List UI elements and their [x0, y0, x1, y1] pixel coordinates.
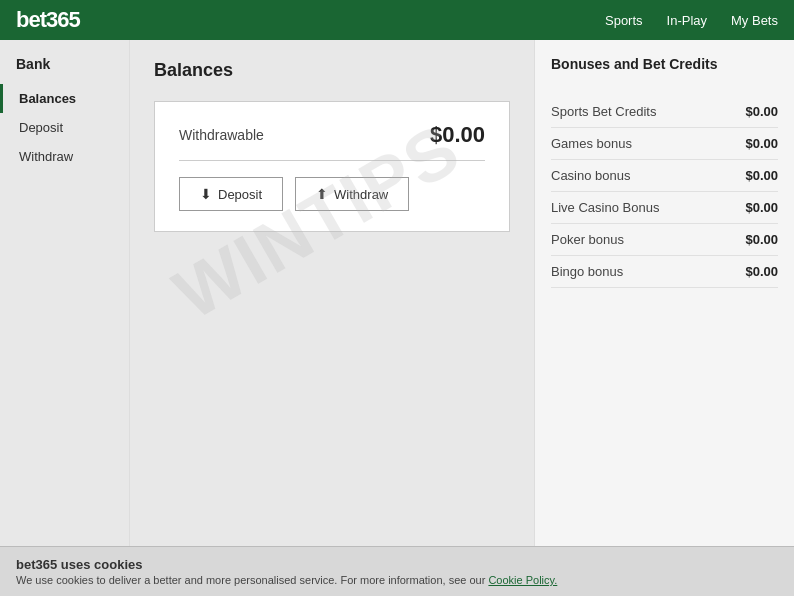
bonus-casino-label: Casino bonus	[551, 168, 631, 183]
deposit-button[interactable]: ⬇ Deposit	[179, 177, 283, 211]
bonus-games-amount: $0.00	[745, 136, 778, 151]
bonus-poker-label: Poker bonus	[551, 232, 624, 247]
deposit-icon: ⬇	[200, 186, 212, 202]
nav-mybets[interactable]: My Bets	[731, 13, 778, 28]
action-buttons: ⬇ Deposit ⬆ Withdraw	[179, 177, 485, 211]
bonus-sports-label: Sports Bet Credits	[551, 104, 657, 119]
bonuses-panel-title: Bonuses and Bet Credits	[551, 56, 778, 80]
bonus-row-poker: Poker bonus $0.00	[551, 224, 778, 256]
header: bet365 Sports In-Play My Bets	[0, 0, 794, 40]
bonus-casino-amount: $0.00	[745, 168, 778, 183]
balance-card: Withdrawable $0.00 ⬇ Deposit ⬆ Withdraw	[154, 101, 510, 232]
page-title: Balances	[154, 60, 510, 81]
bonus-livecasino-amount: $0.00	[745, 200, 778, 215]
deposit-label: Deposit	[218, 187, 262, 202]
withdraw-icon: ⬆	[316, 186, 328, 202]
bonus-row-casino: Casino bonus $0.00	[551, 160, 778, 192]
logo: bet365	[16, 7, 80, 33]
main-nav: Sports In-Play My Bets	[605, 13, 778, 28]
withdrawable-amount: $0.00	[430, 122, 485, 148]
nav-sports[interactable]: Sports	[605, 13, 643, 28]
sidebar-item-withdraw[interactable]: Withdraw	[0, 142, 129, 171]
right-panel: Bonuses and Bet Credits Sports Bet Credi…	[534, 40, 794, 576]
bonus-row-sports: Sports Bet Credits $0.00	[551, 96, 778, 128]
cookie-bar: bet365 uses cookies We use cookies to de…	[0, 546, 794, 596]
sidebar-title: Bank	[0, 56, 129, 84]
logo-text: bet365	[16, 7, 80, 32]
nav-inplay[interactable]: In-Play	[667, 13, 707, 28]
cookie-bar-title: bet365 uses cookies	[16, 557, 778, 572]
sidebar: Bank Balances Deposit Withdraw	[0, 40, 130, 576]
bonus-bingo-label: Bingo bonus	[551, 264, 623, 279]
balance-row: Withdrawable $0.00	[179, 122, 485, 161]
bonus-sports-amount: $0.00	[745, 104, 778, 119]
cookie-bar-text: We use cookies to deliver a better and m…	[16, 574, 778, 586]
bonus-row-games: Games bonus $0.00	[551, 128, 778, 160]
sidebar-item-balances[interactable]: Balances	[0, 84, 129, 113]
cookie-bar-message: We use cookies to deliver a better and m…	[16, 574, 488, 586]
sidebar-item-deposit[interactable]: Deposit	[0, 113, 129, 142]
bonus-row-livecasino: Live Casino Bonus $0.00	[551, 192, 778, 224]
bonus-livecasino-label: Live Casino Bonus	[551, 200, 659, 215]
withdraw-label: Withdraw	[334, 187, 388, 202]
main-content: Balances Withdrawable $0.00 ⬇ Deposit ⬆ …	[130, 40, 534, 576]
cookie-policy-link[interactable]: Cookie Policy.	[488, 574, 557, 586]
withdraw-button[interactable]: ⬆ Withdraw	[295, 177, 409, 211]
bonus-bingo-amount: $0.00	[745, 264, 778, 279]
withdrawable-label: Withdrawable	[179, 127, 264, 143]
bonus-row-bingo: Bingo bonus $0.00	[551, 256, 778, 288]
bonus-games-label: Games bonus	[551, 136, 632, 151]
bonus-poker-amount: $0.00	[745, 232, 778, 247]
page-layout: Bank Balances Deposit Withdraw Balances …	[0, 40, 794, 576]
